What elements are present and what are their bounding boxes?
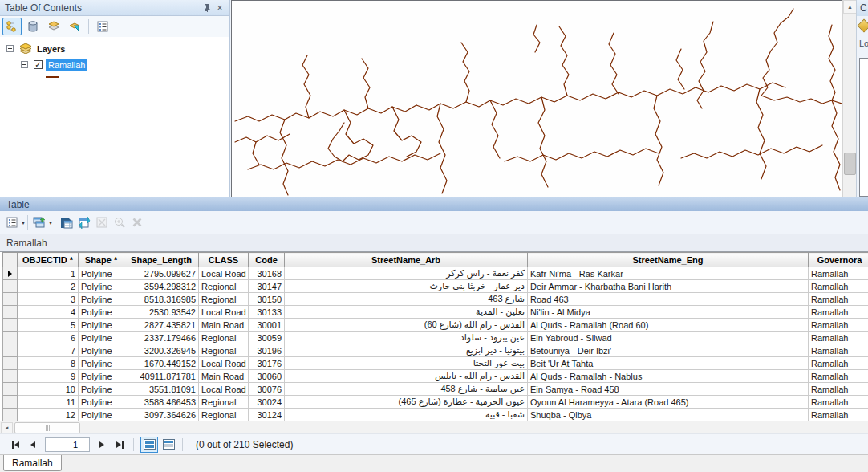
cell-class[interactable]: Regional [199, 280, 249, 293]
cell-shape_length[interactable]: 3594.298312 [124, 280, 199, 293]
cell-shape[interactable]: Polyline [79, 267, 124, 280]
layers-group-row[interactable]: Layers [0, 42, 229, 55]
previous-record-button[interactable] [24, 437, 42, 453]
cell-shape_length[interactable]: 2337.179466 [124, 332, 199, 344]
cell-governorate[interactable]: Ramallah [809, 396, 868, 409]
cell-streetname_arb[interactable]: شقبا - قبية [285, 409, 528, 421]
layer-visibility-checkbox[interactable]: ✓ [34, 60, 43, 69]
row-selector[interactable] [3, 409, 18, 421]
table-horizontal-scrollbar[interactable]: ◄ [0, 421, 868, 433]
current-record-input[interactable] [45, 437, 90, 452]
cell-objectid[interactable]: 4 [18, 306, 79, 319]
column-header-code[interactable]: Code [249, 253, 285, 267]
cell-shape[interactable]: Polyline [79, 357, 124, 370]
cell-code[interactable]: 30133 [249, 306, 285, 319]
cell-code[interactable]: 30196 [249, 344, 285, 357]
cell-streetname_eng[interactable]: Al Quds - Ramallah - Nablus [528, 370, 809, 383]
cell-streetname_eng[interactable]: Kafr Ni'ma - Ras Karkar [528, 267, 809, 280]
cell-class[interactable]: Regional [199, 293, 249, 306]
cell-streetname_eng[interactable]: Beit 'Ur At Tahta [528, 357, 809, 370]
cell-code[interactable]: 30176 [249, 357, 285, 370]
cell-objectid[interactable]: 7 [18, 344, 79, 357]
cell-shape_length[interactable]: 3551.81091 [124, 383, 199, 396]
related-tables-icon[interactable] [30, 214, 48, 231]
select-by-attributes-icon[interactable] [58, 214, 75, 231]
cell-code[interactable]: 30024 [249, 396, 285, 409]
layers-group-label[interactable]: Layers [37, 44, 65, 54]
cell-streetname_eng[interactable]: Shuqba - Qibya [528, 409, 809, 421]
cell-shape_length[interactable]: 3588.466453 [124, 396, 199, 409]
cell-code[interactable]: 30168 [249, 267, 285, 280]
column-header-governorate[interactable]: Governora [809, 253, 868, 267]
map-vertical-scrollbar[interactable]: ▲ [842, 0, 856, 197]
cell-shape[interactable]: Polyline [79, 306, 124, 319]
cell-shape_length[interactable]: 2530.93542 [124, 306, 199, 319]
cell-streetname_arb[interactable]: القدس - رام الله - نابلس [285, 370, 528, 383]
cell-streetname_arb[interactable]: القدس - رام الله (شارع 60) [285, 319, 528, 332]
column-header-streetname_eng[interactable]: StreetName_Eng [528, 253, 809, 267]
scroll-up-icon[interactable]: ▲ [843, 0, 857, 14]
cell-objectid[interactable]: 3 [18, 293, 79, 306]
row-selector[interactable] [3, 383, 18, 396]
cell-streetname_eng[interactable]: Ein Yabroud - Silwad [528, 332, 809, 344]
cell-objectid[interactable]: 12 [18, 409, 79, 421]
cell-objectid[interactable]: 6 [18, 332, 79, 344]
cell-streetname_eng[interactable]: Ni'lin - Al Midya [528, 306, 809, 319]
cell-class[interactable]: Regional [199, 409, 249, 421]
cell-governorate[interactable]: Ramallah [809, 319, 868, 332]
cell-class[interactable]: Main Road [199, 319, 249, 332]
cell-code[interactable]: 30076 [249, 383, 285, 396]
cell-class[interactable]: Regional [199, 332, 249, 344]
cell-governorate[interactable]: Ramallah [809, 306, 868, 319]
cell-objectid[interactable]: 1 [18, 267, 79, 280]
cell-shape[interactable]: Polyline [79, 383, 124, 396]
line-symbol-swatch[interactable] [46, 76, 59, 78]
cell-class[interactable]: Local Road [199, 357, 249, 370]
cell-shape[interactable]: Polyline [79, 293, 124, 306]
row-selector[interactable] [3, 344, 18, 357]
row-selector[interactable] [3, 357, 18, 370]
cell-shape_length[interactable]: 3200.326945 [124, 344, 199, 357]
row-selector-header[interactable] [3, 253, 18, 267]
row-selector[interactable] [3, 319, 18, 332]
cell-class[interactable]: Local Road [199, 383, 249, 396]
pin-icon[interactable] [201, 2, 213, 14]
cell-class[interactable]: Local Road [199, 306, 249, 319]
options-icon[interactable] [93, 18, 112, 35]
cell-shape_length[interactable]: 8518.316985 [124, 293, 199, 306]
column-header-class[interactable]: CLASS [199, 253, 249, 267]
cell-streetname_eng[interactable]: Al Quds - Ramallah (Road 60) [528, 319, 809, 332]
cell-shape_length[interactable]: 2827.435821 [124, 319, 199, 332]
map-canvas[interactable] [231, 0, 842, 197]
clear-selection-icon[interactable] [93, 214, 111, 231]
cell-objectid[interactable]: 5 [18, 319, 79, 332]
cell-streetname_arb[interactable]: كفر نعمة - راس كركر [285, 267, 528, 280]
row-selector[interactable] [3, 396, 18, 409]
column-header-streetname_arb[interactable]: StreetName_Arb [285, 253, 528, 267]
cell-streetname_arb[interactable]: دير عمار - خربثا بني حارث [285, 280, 528, 293]
cell-streetname_arb[interactable]: بيتونيا - دير ابزيع [285, 344, 528, 357]
cell-streetname_arb[interactable]: عين يبرود - سلواد [285, 332, 528, 344]
cell-objectid[interactable]: 9 [18, 370, 79, 383]
row-selector[interactable] [3, 332, 18, 344]
scroll-left-icon[interactable]: ◄ [1, 422, 13, 433]
collapse-icon[interactable] [6, 45, 14, 52]
collapse-icon[interactable] [21, 61, 28, 68]
row-selector[interactable] [3, 293, 18, 306]
cell-streetname_arb[interactable]: عين سامية - شارع 458 [285, 383, 528, 396]
cell-code[interactable]: 30124 [249, 409, 285, 421]
cell-governorate[interactable]: Ramallah [809, 293, 868, 306]
cell-governorate[interactable]: Ramallah [809, 409, 868, 421]
dropdown-caret-icon[interactable]: ▾ [22, 219, 25, 226]
cell-streetname_arb[interactable]: شارع 463 [285, 293, 528, 306]
cell-shape[interactable]: Polyline [79, 344, 124, 357]
column-header-objectid[interactable]: OBJECTID * [18, 253, 79, 267]
cell-shape[interactable]: Polyline [79, 409, 124, 421]
cell-streetname_eng[interactable]: Road 463 [528, 293, 809, 306]
cell-shape_length[interactable]: 3097.364626 [124, 409, 199, 421]
catalog-folder-icon[interactable] [858, 19, 868, 33]
zoom-to-selected-icon[interactable] [111, 214, 128, 231]
delete-selected-icon[interactable] [128, 214, 146, 231]
cell-shape[interactable]: Polyline [79, 370, 124, 383]
column-header-shape[interactable]: Shape * [79, 253, 124, 267]
